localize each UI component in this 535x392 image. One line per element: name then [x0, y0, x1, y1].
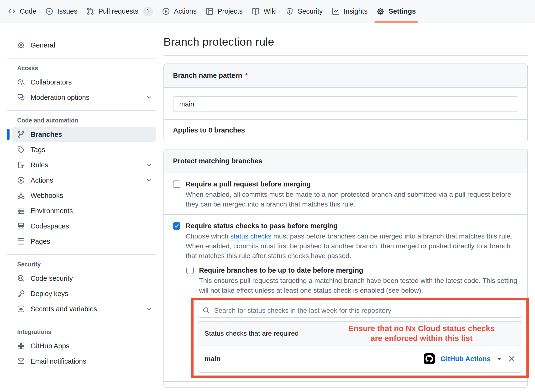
pull-requests-count-badge: 1 — [143, 6, 153, 16]
status-check-provider-link[interactable]: GitHub Actions — [441, 355, 491, 363]
sidebar-item-moderation-options[interactable]: Moderation options — [12, 90, 156, 105]
gear-icon — [377, 7, 384, 15]
tab-settings[interactable]: Settings — [372, 0, 420, 23]
tab-label: Pull requests — [98, 7, 138, 15]
sidebar-item-collaborators[interactable]: Collaborators — [12, 74, 156, 90]
annotation-line-1: Ensure that no Nx Cloud status checks — [348, 324, 494, 333]
require-up-to-date-checkbox[interactable] — [186, 267, 194, 274]
sidebar-item-label: General — [31, 41, 55, 49]
sidebar-item-label: Rules — [31, 161, 48, 169]
server-icon — [17, 207, 25, 215]
tab-insights[interactable]: Insights — [327, 0, 372, 23]
caret-down-icon[interactable] — [496, 357, 502, 361]
shield-icon — [286, 7, 294, 15]
require-pull-request-description: When enabled, all commits must be made t… — [186, 190, 516, 209]
sidebar-item-label: Pages — [31, 238, 50, 245]
sidebar-item-label: Actions — [31, 176, 53, 184]
sidebar-item-secrets-variables[interactable]: Secrets and variables — [12, 301, 156, 317]
sidebar-divider — [7, 110, 156, 111]
status-checks-link[interactable]: status checks — [230, 232, 272, 240]
sidebar-section-code-automation: Code and automation — [17, 117, 156, 124]
tab-pull-requests[interactable]: Pull requests 1 — [82, 0, 157, 23]
require-status-checks-checkbox[interactable] — [173, 222, 180, 230]
tab-security[interactable]: Security — [281, 0, 327, 23]
protect-matching-branches-header: Protect matching branches — [164, 149, 527, 173]
tab-projects[interactable]: Projects — [201, 0, 247, 23]
gear-icon — [17, 41, 25, 49]
sidebar-item-general[interactable]: General — [12, 37, 156, 53]
rule-require-status-checks: Require status checks to pass before mer… — [164, 215, 527, 382]
browser-icon — [17, 238, 25, 245]
branch-name-pattern-header: Branch name pattern* — [164, 64, 527, 88]
sidebar-item-deploy-keys[interactable]: Deploy keys — [12, 286, 156, 301]
sidebar-item-label: Secrets and variables — [31, 305, 97, 313]
tab-label: Projects — [218, 7, 243, 15]
sidebar-item-branches[interactable]: Branches — [12, 127, 156, 142]
sidebar-item-rules[interactable]: Rules — [12, 157, 156, 173]
branch-name-pattern-label: Branch name pattern — [173, 72, 242, 79]
sidebar-item-label: Codespaces — [31, 222, 69, 230]
apps-icon — [17, 342, 25, 350]
table-icon — [206, 7, 214, 15]
description-text: Choose which — [186, 232, 230, 240]
status-checks-search[interactable] — [198, 303, 522, 318]
tab-label: Security — [298, 7, 323, 15]
sidebar-section-integrations: Integrations — [17, 328, 156, 335]
remove-status-check-icon[interactable] — [508, 355, 515, 363]
applies-to-branches: Applies to 0 branches — [164, 119, 527, 141]
chevron-down-icon — [146, 162, 152, 168]
asterisk-icon — [17, 305, 25, 313]
tab-label: Wiki — [264, 7, 277, 15]
status-checks-list-header: Status checks that are required Ensure t… — [198, 322, 522, 345]
sidebar-item-pages[interactable]: Pages — [12, 234, 156, 249]
rule-require-up-to-date: Require branches to be up to date before… — [186, 265, 518, 378]
people-icon — [17, 78, 25, 86]
status-checks-header-label: Status checks that are required — [205, 329, 299, 337]
tab-label: Code — [20, 7, 36, 15]
sidebar-item-label: Environments — [31, 207, 73, 215]
git-branch-icon — [17, 131, 25, 138]
tab-label: Settings — [388, 7, 416, 15]
settings-sidebar: General Access Collaborators Moderation … — [7, 35, 156, 388]
sidebar-item-email-notifications[interactable]: Email notifications — [12, 354, 156, 369]
sidebar-item-github-apps[interactable]: GitHub Apps — [12, 338, 156, 354]
chevron-down-icon — [146, 306, 152, 312]
title-divider — [163, 55, 528, 56]
tab-wiki[interactable]: Wiki — [247, 0, 281, 23]
required-asterisk: * — [245, 72, 248, 79]
sidebar-item-webhooks[interactable]: Webhooks — [12, 188, 156, 203]
sidebar-item-codespaces[interactable]: Codespaces — [12, 218, 156, 234]
sidebar-item-environments[interactable]: Environments — [12, 203, 156, 218]
sidebar-section-access: Access — [17, 65, 156, 72]
sidebar-item-actions[interactable]: Actions — [12, 173, 156, 188]
branch-name-pattern-input[interactable] — [173, 96, 518, 112]
sidebar-item-label: Branches — [31, 131, 62, 138]
required-status-checks-list: Status checks that are required Ensure t… — [198, 321, 522, 373]
next-rule-row-clipped — [164, 382, 527, 387]
webhook-icon — [17, 192, 25, 199]
status-checks-search-input[interactable] — [214, 303, 517, 317]
tab-actions[interactable]: Actions — [157, 0, 201, 23]
sidebar-item-tags[interactable]: Tags — [12, 142, 156, 157]
sidebar-item-label: Tags — [31, 146, 45, 154]
tab-issues[interactable]: Issues — [41, 0, 82, 23]
annotation-text: Ensure that no Nx Cloud status checks ar… — [328, 323, 515, 343]
code-icon — [8, 7, 16, 15]
sidebar-item-code-security[interactable]: Code security — [12, 271, 156, 286]
repo-tab-bar: Code Issues Pull requests 1 Actions Proj… — [0, 0, 535, 23]
require-up-to-date-description: This ensures pull requests targeting a m… — [199, 276, 518, 295]
branch-name-pattern-body — [164, 88, 527, 119]
chevron-down-icon — [146, 177, 152, 184]
tab-label: Actions — [174, 7, 197, 15]
require-up-to-date-label: Require branches to be up to date before… — [199, 265, 363, 275]
status-check-row: main GitHub Actions — [198, 345, 522, 372]
require-status-checks-description: Choose which status checks must pass bef… — [186, 231, 516, 261]
tab-code[interactable]: Code — [3, 0, 41, 23]
sidebar-item-label: Email notifications — [31, 357, 86, 365]
require-pull-request-checkbox[interactable] — [173, 180, 180, 188]
github-logo-badge — [424, 353, 435, 364]
sidebar-divider — [7, 58, 156, 58]
sidebar-item-label: GitHub Apps — [31, 342, 69, 350]
sidebar-divider — [7, 322, 156, 322]
tab-label: Issues — [57, 7, 77, 15]
